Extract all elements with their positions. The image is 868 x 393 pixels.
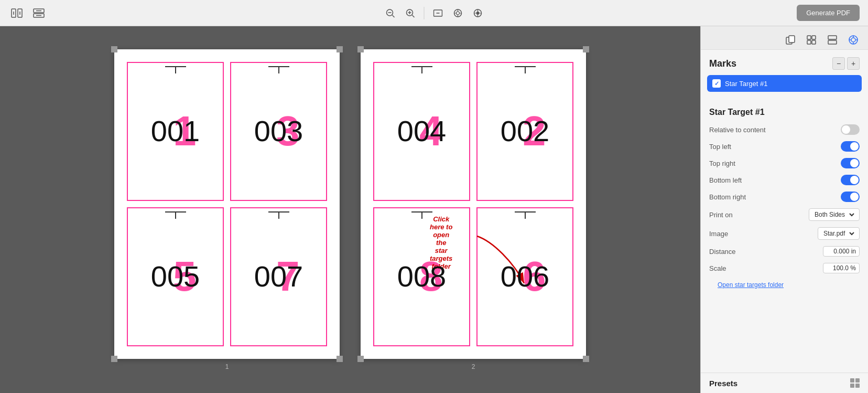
prop-top-left: Top left: [701, 138, 868, 155]
main-toolbar: Generate PDF: [0, 0, 868, 26]
prop-label-image: Image: [709, 230, 728, 238]
prop-bottom-left: Bottom left: [701, 172, 868, 188]
scale-value[interactable]: 100.0 %: [823, 263, 860, 273]
corner-br: [337, 356, 343, 362]
fit-page-btn[interactable]: [450, 5, 466, 22]
panel-layout-btn[interactable]: [823, 30, 842, 49]
prop-bottom-right: Bottom right: [701, 188, 868, 205]
toggle-bottom-right[interactable]: [841, 192, 860, 202]
corner-bl: [357, 356, 364, 362]
panel-title: Marks: [709, 58, 736, 69]
mark-item-label: Star Target #1: [725, 80, 767, 88]
toggle-top-left[interactable]: [841, 141, 860, 152]
mark-checkbox[interactable]: ✓: [712, 79, 721, 88]
prop-label-scale: Scale: [709, 264, 726, 272]
corner-tl: [357, 46, 364, 52]
prop-label-distance: Distance: [709, 248, 736, 256]
section-title: Star Target #1: [701, 102, 868, 121]
prop-image: Image Star.pdf: [701, 224, 868, 243]
card-004: 004 4: [373, 62, 470, 201]
page-2-number: 2: [472, 363, 475, 370]
svg-line-10: [393, 15, 395, 17]
canvas-area: 001 1 003 3: [0, 26, 700, 393]
toolbar-right: Generate PDF: [797, 5, 860, 21]
card-grid-2: 004 4 002 2: [361, 49, 586, 359]
card-001: 001 1: [127, 62, 224, 201]
page-2: 004 4 002 2: [361, 49, 586, 359]
corner-tr: [583, 46, 589, 52]
card-black-num: 007: [254, 262, 303, 291]
card-content: 004 4: [378, 67, 465, 196]
card-content: 007 7: [235, 213, 322, 341]
card-black-num: 001: [151, 116, 200, 146]
toggle-bottom-left[interactable]: [841, 175, 860, 185]
main-area: 001 1 003 3: [0, 26, 868, 393]
card-content: 006 6: [482, 213, 568, 341]
pages-container: 001 1 003 3: [114, 49, 586, 370]
add-mark-btn[interactable]: +: [847, 57, 860, 70]
svg-rect-32: [807, 36, 811, 39]
card-006: 006 6: [476, 207, 573, 346]
preset-icon-cell: [850, 378, 854, 383]
generate-pdf-btn[interactable]: Generate PDF: [797, 5, 860, 21]
presets-icon[interactable]: [850, 378, 860, 388]
prop-scale: Scale 100.0 %: [701, 260, 868, 277]
presets-row: Presets: [701, 373, 868, 393]
card-content: 001 1: [132, 67, 219, 196]
svg-point-24: [476, 12, 480, 15]
image-select[interactable]: Star.pdf: [818, 227, 860, 240]
prop-top-right: Top right: [701, 155, 868, 172]
prop-label-relative: Relative to content: [709, 126, 766, 134]
prop-distance: Distance 0.000 in: [701, 243, 868, 260]
mark-item-star-target[interactable]: ✓ Star Target #1: [707, 75, 862, 92]
card-black-num: 003: [254, 116, 303, 146]
svg-rect-33: [812, 36, 816, 39]
card-007: 007 7: [230, 207, 327, 346]
svg-rect-34: [807, 40, 811, 44]
prop-label-bottom-left: Bottom left: [709, 176, 742, 184]
preset-icon-cell: [850, 384, 854, 388]
toolbar-divider: [424, 7, 425, 19]
toolbar-left: [8, 5, 47, 22]
prop-label-top-left: Top left: [709, 143, 731, 151]
distance-value[interactable]: 0.000 in: [823, 246, 860, 257]
page-1: 001 1 003 3: [114, 49, 340, 359]
toggle-relative-to-content[interactable]: [841, 124, 860, 135]
card-008: 008 8: [373, 207, 470, 346]
card-002: 002 2: [476, 62, 573, 201]
zoom-out-btn[interactable]: [382, 5, 399, 22]
zoom-in-btn[interactable]: [402, 5, 419, 22]
layout-rows-btn[interactable]: [30, 5, 47, 22]
svg-rect-31: [789, 36, 795, 43]
prop-label-bottom-right: Bottom right: [709, 193, 746, 201]
target-panel-btn[interactable]: [844, 30, 863, 49]
svg-rect-36: [828, 36, 837, 39]
card-003: 003 3: [230, 62, 327, 201]
panel-spacer: [701, 292, 868, 373]
grid-view-btn[interactable]: [802, 30, 821, 49]
right-panel: Marks − + ✓ Star Target #1 Star Target #…: [700, 26, 868, 393]
actual-size-btn[interactable]: [470, 5, 486, 22]
card-content: 003 3: [235, 67, 322, 196]
card-black-num: 004: [397, 116, 446, 146]
spacer: [701, 97, 868, 102]
card-black-num: 005: [151, 262, 200, 291]
fit-width-btn[interactable]: [430, 5, 447, 22]
open-folder-wrapper: Open star targets folder: [701, 277, 868, 292]
svg-point-39: [851, 38, 855, 42]
prop-label-print-on: Print on: [709, 211, 733, 219]
presets-label: Presets: [709, 379, 737, 388]
image-dropdown[interactable]: Star.pdf: [821, 229, 856, 238]
open-star-targets-folder-link[interactable]: Open star targets folder: [709, 279, 792, 291]
preset-icon-cell: [855, 378, 860, 383]
svg-rect-37: [828, 40, 837, 44]
toggle-top-right[interactable]: [841, 158, 860, 168]
layout-columns-btn[interactable]: [8, 5, 25, 22]
remove-mark-btn[interactable]: −: [832, 57, 845, 70]
duplicate-panel-btn[interactable]: [781, 30, 800, 49]
print-on-dropdown[interactable]: Both Sides Front Only Back Only: [812, 210, 856, 219]
svg-line-14: [413, 15, 415, 17]
print-on-select[interactable]: Both Sides Front Only Back Only: [809, 208, 860, 221]
panel-header: Marks − +: [701, 50, 868, 75]
card-black-num: 008: [397, 262, 446, 291]
